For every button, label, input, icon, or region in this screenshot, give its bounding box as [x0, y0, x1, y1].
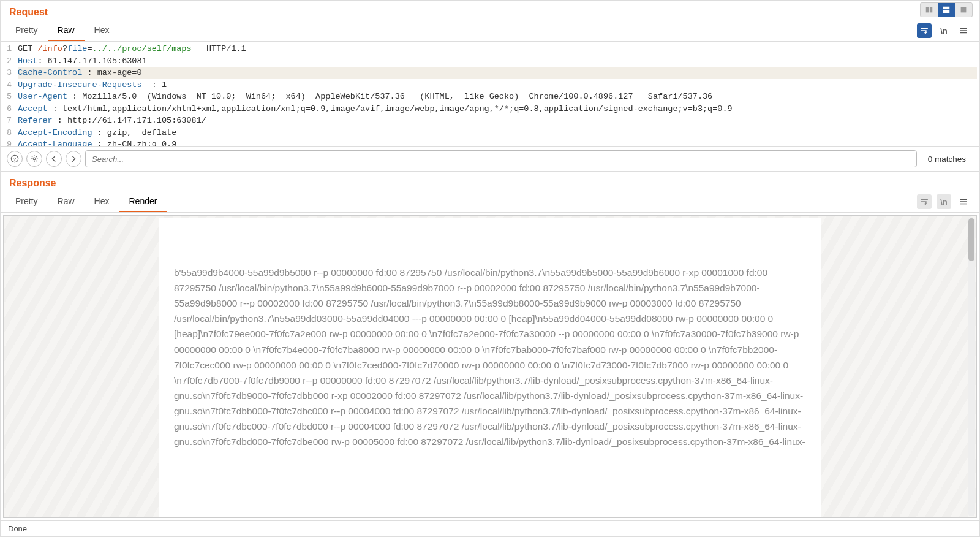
hamburger-icon[interactable] — [956, 23, 971, 38]
help-icon[interactable]: ? — [7, 151, 23, 167]
tab-hex[interactable]: Hex — [85, 20, 119, 41]
match-count: 0 matches — [921, 154, 973, 164]
line-gutter: 12345678910 — [1, 42, 15, 146]
request-title: Request — [1, 1, 979, 20]
svg-line-15 — [36, 156, 37, 157]
layout-toggle[interactable] — [920, 2, 973, 17]
svg-line-13 — [36, 161, 37, 161]
tab-pretty[interactable]: Pretty — [6, 20, 48, 41]
svg-rect-0 — [926, 7, 929, 13]
response-tabs: Pretty Raw Hex Render \n — [1, 191, 979, 213]
tab-raw-resp[interactable]: Raw — [48, 191, 85, 212]
render-surface[interactable]: b'55a99d9b4000-55a99d9b5000 r--p 0000000… — [3, 215, 977, 518]
layout-single-icon[interactable] — [955, 3, 972, 17]
svg-rect-3 — [943, 10, 950, 13]
wrap-lines-icon[interactable] — [917, 23, 932, 38]
svg-text:?: ? — [13, 156, 17, 162]
request-code[interactable]: GET /info?file=../../proc/self/maps HTTP… — [15, 42, 979, 146]
tab-render-resp[interactable]: Render — [119, 191, 167, 212]
render-body: b'55a99d9b4000-55a99d9b5000 r--p 0000000… — [159, 218, 821, 517]
show-nonprintable-icon[interactable]: \n — [937, 23, 951, 38]
status-bar: Done — [1, 520, 979, 536]
hamburger-resp-icon[interactable] — [956, 194, 971, 209]
gear-icon[interactable] — [26, 151, 42, 167]
wrap-lines-resp-icon[interactable] — [917, 194, 932, 209]
tab-raw[interactable]: Raw — [48, 20, 85, 41]
request-editor[interactable]: 12345678910 GET /info?file=../../proc/se… — [1, 42, 979, 146]
layout-rows-icon[interactable] — [938, 3, 955, 17]
svg-rect-1 — [930, 7, 932, 13]
tab-hex-resp[interactable]: Hex — [85, 191, 119, 212]
show-nonprintable-resp-icon[interactable]: \n — [937, 194, 951, 209]
svg-line-14 — [32, 161, 32, 161]
scrollbar-vertical[interactable] — [968, 217, 975, 516]
svg-line-12 — [32, 156, 32, 157]
layout-columns-icon[interactable] — [921, 3, 938, 17]
scrollbar-thumb[interactable] — [968, 218, 974, 261]
next-match-icon[interactable] — [66, 151, 81, 167]
svg-rect-2 — [943, 7, 950, 9]
search-input[interactable] — [85, 150, 917, 167]
request-tabs: Pretty Raw Hex \n — [1, 20, 979, 42]
tab-pretty-resp[interactable]: Pretty — [6, 191, 48, 212]
svg-point-7 — [33, 158, 36, 160]
svg-rect-4 — [961, 7, 967, 13]
response-title: Response — [1, 172, 979, 191]
prev-match-icon[interactable] — [46, 151, 62, 167]
find-bar: ? 0 matches — [1, 146, 979, 172]
status-text: Done — [8, 524, 27, 533]
